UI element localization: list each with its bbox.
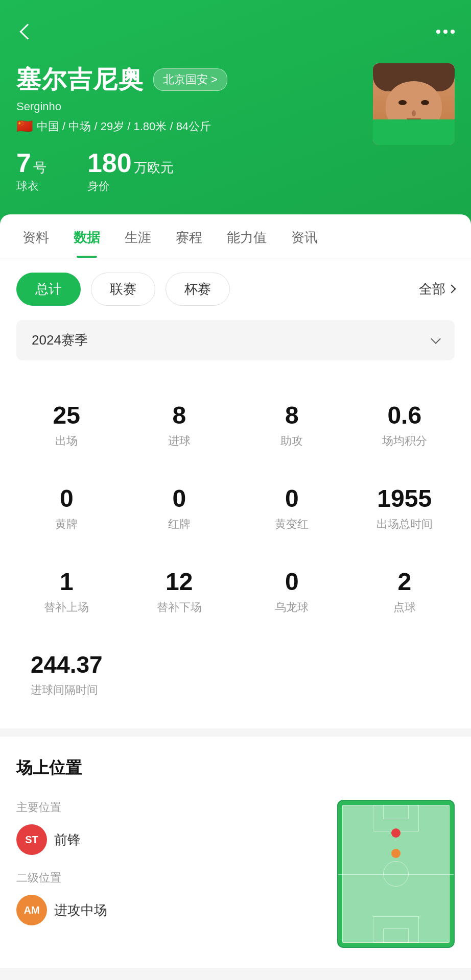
more-button[interactable] bbox=[436, 30, 455, 34]
market-value: 180万欧元 bbox=[87, 165, 174, 174]
stat-appearances: 25 出场 bbox=[10, 386, 123, 464]
hero-info: 塞尔吉尼奥 北京国安 > Serginho 🇨🇳 中国 / 中场 / 29岁 /… bbox=[16, 63, 363, 194]
season-label: 2024赛季 bbox=[32, 331, 88, 349]
filter-total[interactable]: 总计 bbox=[16, 273, 81, 306]
hero-stats: 7号 球衣 180万欧元 身价 bbox=[16, 150, 363, 194]
value-stat: 180万欧元 身价 bbox=[87, 150, 174, 194]
tabs-bar: 资料 数据 生涯 赛程 能力值 资讯 bbox=[0, 214, 471, 258]
avatar-eye-left bbox=[398, 100, 407, 105]
flag-icon: 🇨🇳 bbox=[16, 118, 33, 134]
stat-sub-in: 1 替补上场 bbox=[10, 552, 123, 630]
primary-position-name: 前锋 bbox=[54, 831, 81, 849]
avatar-body bbox=[373, 119, 455, 145]
player-meta-text: 中国 / 中场 / 29岁 / 1.80米 / 84公斤 bbox=[37, 119, 211, 134]
more-dot-1 bbox=[436, 30, 440, 34]
tab-profile[interactable]: 资料 bbox=[10, 214, 61, 258]
field-dot-primary bbox=[391, 828, 401, 838]
stat-red-card: 0 红牌 bbox=[123, 469, 236, 547]
secondary-label: 二级位置 bbox=[16, 870, 322, 886]
jersey-number: 7号 bbox=[16, 165, 46, 174]
player-avatar bbox=[373, 63, 455, 145]
stat-goals: 8 进球 bbox=[123, 386, 236, 464]
avatar-eye-right bbox=[421, 100, 429, 105]
stat-yellow-card: 0 黄牌 bbox=[10, 469, 123, 547]
team-badge[interactable]: 北京国安 > bbox=[153, 68, 227, 91]
hero-top-bar bbox=[16, 20, 455, 43]
primary-position-item: ST 前锋 bbox=[16, 824, 322, 855]
tab-data[interactable]: 数据 bbox=[61, 214, 112, 258]
secondary-position-item: AM 进攻中场 bbox=[16, 895, 322, 925]
field-center-circle bbox=[383, 861, 409, 887]
more-dot-3 bbox=[451, 30, 455, 34]
field-box-top-small bbox=[383, 805, 409, 819]
filter-all-button[interactable]: 全部 bbox=[419, 280, 455, 298]
avatar-eyes bbox=[373, 100, 455, 105]
chevron-down-icon bbox=[431, 334, 441, 344]
tab-career[interactable]: 生涯 bbox=[112, 214, 163, 258]
secondary-badge: AM bbox=[16, 895, 47, 925]
stat-own-goal: 0 乌龙球 bbox=[236, 552, 348, 630]
field-diagram bbox=[337, 800, 455, 948]
filter-cup[interactable]: 杯赛 bbox=[166, 273, 230, 306]
stat-yellow-red: 0 黄变红 bbox=[236, 469, 348, 547]
stats-grid-row2: 0 黄牌 0 红牌 0 黄变红 1955 出场总时间 bbox=[10, 469, 461, 547]
tab-schedule[interactable]: 赛程 bbox=[163, 214, 215, 258]
stat-assists: 8 助攻 bbox=[236, 386, 348, 464]
stat-goal-interval: 244.37 进球间隔时间 bbox=[10, 635, 461, 713]
back-arrow-icon bbox=[19, 23, 35, 39]
primary-label: 主要位置 bbox=[16, 800, 322, 815]
stats-grid-row3: 1 替补上场 12 替补下场 0 乌龙球 2 点球 bbox=[10, 552, 461, 630]
hero-name-row: 塞尔吉尼奥 北京国安 > bbox=[16, 63, 363, 96]
stats-grid-row1: 25 出场 8 进球 8 助攻 0.6 场均积分 bbox=[10, 386, 461, 464]
back-button[interactable] bbox=[16, 20, 39, 43]
section-divider bbox=[0, 728, 471, 737]
season-selector[interactable]: 2024赛季 bbox=[16, 320, 455, 360]
hero-content: 塞尔吉尼奥 北京国安 > Serginho 🇨🇳 中国 / 中场 / 29岁 /… bbox=[16, 63, 455, 194]
tabs-section: 资料 数据 生涯 赛程 能力值 资讯 总计 联赛 杯赛 全部 2024赛季 25… bbox=[0, 214, 471, 728]
player-subname: Serginho bbox=[16, 100, 363, 113]
chevron-right-icon bbox=[448, 284, 456, 293]
jersey-stat: 7号 球衣 bbox=[16, 150, 46, 194]
secondary-position-name: 进攻中场 bbox=[54, 901, 107, 919]
more-dot-2 bbox=[443, 30, 448, 34]
player-meta: 🇨🇳 中国 / 中场 / 29岁 / 1.80米 / 84公斤 bbox=[16, 118, 363, 134]
field-dot-secondary bbox=[391, 849, 401, 858]
position-title: 场上位置 bbox=[16, 757, 455, 779]
value-label: 身价 bbox=[87, 179, 174, 194]
jersey-label: 球衣 bbox=[16, 179, 46, 194]
stat-penalty: 2 点球 bbox=[348, 552, 461, 630]
primary-position-group: 主要位置 ST 前锋 bbox=[16, 800, 322, 855]
primary-badge: ST bbox=[16, 824, 47, 855]
stat-total-time: 1955 出场总时间 bbox=[348, 469, 461, 547]
player-name: 塞尔吉尼奥 bbox=[16, 63, 144, 96]
field-box-bottom-small bbox=[383, 928, 409, 943]
stat-sub-out: 12 替补下场 bbox=[123, 552, 236, 630]
stat-avg-score: 0.6 场均积分 bbox=[348, 386, 461, 464]
position-content: 主要位置 ST 前锋 二级位置 AM 进攻中场 bbox=[16, 800, 455, 948]
stats-section: 25 出场 8 进球 8 助攻 0.6 场均积分 0 黄牌 0 bbox=[0, 371, 471, 728]
avatar-nose bbox=[412, 110, 416, 116]
filter-row: 总计 联赛 杯赛 全部 bbox=[0, 258, 471, 320]
tab-news[interactable]: 资讯 bbox=[279, 214, 330, 258]
secondary-position-group: 二级位置 AM 进攻中场 bbox=[16, 870, 322, 925]
avatar-face bbox=[373, 63, 455, 145]
hero-section: 塞尔吉尼奥 北京国安 > Serginho 🇨🇳 中国 / 中场 / 29岁 /… bbox=[0, 0, 471, 225]
position-labels: 主要位置 ST 前锋 二级位置 AM 进攻中场 bbox=[16, 800, 322, 936]
tab-ability[interactable]: 能力值 bbox=[215, 214, 279, 258]
position-section: 场上位置 主要位置 ST 前锋 二级位置 AM 进攻中场 bbox=[0, 737, 471, 968]
filter-league[interactable]: 联赛 bbox=[91, 273, 155, 306]
